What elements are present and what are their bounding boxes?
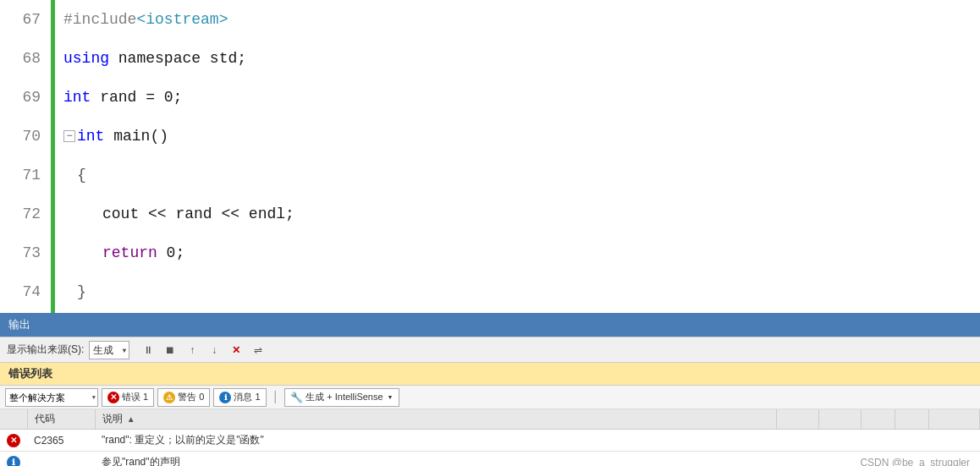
- token: main(): [104, 117, 168, 156]
- col-project: [777, 409, 819, 430]
- build-dropdown-arrow: ▼: [388, 394, 394, 400]
- token: endl: [249, 195, 285, 233]
- line-numbers: 67 68 69 70 71 72 73 74: [0, 0, 51, 313]
- build-intelli-button[interactable]: 🔧 生成 + IntelliSense ▼: [284, 388, 399, 407]
- error-file-cell: [819, 430, 862, 452]
- col-description[interactable]: 说明 ▲: [95, 409, 777, 430]
- token: {: [77, 156, 86, 195]
- info-row-rand-decl[interactable]: ℹ 参见"rand"的声明: [0, 452, 980, 467]
- scroll-up-button[interactable]: ↑: [182, 341, 202, 359]
- code-line-72: cout << rand << endl;: [63, 195, 980, 233]
- token: int: [77, 117, 104, 156]
- code-line-71: {: [63, 156, 980, 195]
- panel-divider: 输出: [0, 313, 980, 337]
- info-icon: ℹ: [219, 392, 231, 403]
- error-count-label: 错误 1: [122, 391, 148, 403]
- watermark: CSDN @be_a_struggler: [860, 457, 970, 466]
- output-source-label: 显示输出来源(S):: [7, 343, 84, 357]
- clear-button[interactable]: ✕: [226, 341, 246, 359]
- token: ;: [285, 195, 295, 233]
- error-type-icon-cell: ✕: [0, 430, 27, 452]
- info-code-cell: [27, 452, 95, 467]
- token: using: [63, 39, 109, 78]
- col-code[interactable]: 代码: [27, 409, 95, 430]
- warning-icon: ⚠: [163, 392, 175, 403]
- token: namespace std;: [109, 39, 246, 78]
- col-suppress: [929, 409, 980, 430]
- token: }: [77, 272, 86, 311]
- error-message-cell: "rand": 重定义；以前的定义是"函数": [95, 430, 777, 452]
- output-panel: 显示输出来源(S): 生成 ⏸ ⏹ ↑ ↓ ✕ ⇌ 错误列表 整个解决方案: [0, 337, 980, 466]
- error-suppress-cell: [929, 430, 980, 452]
- token: 0;: [157, 233, 184, 272]
- error-row-icon: ✕: [7, 434, 20, 447]
- code-line-70: −int main(): [63, 117, 980, 156]
- error-table-header-row: 代码 说明 ▲: [0, 409, 980, 430]
- token: return: [102, 233, 157, 272]
- code-line-73: return 0;: [63, 233, 980, 272]
- info-project-cell: [777, 452, 819, 467]
- scope-dropdown-wrapper[interactable]: 整个解决方案: [5, 388, 98, 407]
- filter-icon: 🔧: [290, 392, 303, 403]
- code-line-67: #include<iostream>: [63, 0, 980, 39]
- error-row-c2365[interactable]: ✕ C2365 "rand": 重定义；以前的定义是"函数": [0, 430, 980, 452]
- output-source-dropdown-wrapper[interactable]: 生成: [89, 341, 129, 359]
- token: <iostream>: [136, 0, 228, 39]
- warning-filter-button[interactable]: ⚠ 警告 0: [157, 388, 210, 407]
- info-row-icon: ℹ: [7, 456, 20, 467]
- token: #include: [63, 0, 136, 39]
- scope-select[interactable]: 整个解决方案: [5, 388, 98, 407]
- stop-button[interactable]: ⏹: [160, 341, 180, 359]
- output-toolbar: 显示输出来源(S): 生成 ⏸ ⏹ ↑ ↓ ✕ ⇌: [0, 337, 980, 363]
- info-file-cell: [819, 452, 862, 467]
- col-line: [862, 409, 895, 430]
- warning-count-label: 警告 0: [178, 391, 204, 403]
- error-table: 代码 说明 ▲ ✕ C: [0, 409, 980, 466]
- error-line-cell: [862, 430, 895, 452]
- error-col-cell: [895, 430, 929, 452]
- col-col: [895, 409, 929, 430]
- error-icon: ✕: [107, 392, 119, 403]
- output-source-select[interactable]: 生成: [89, 341, 129, 359]
- token: int: [63, 78, 91, 117]
- filter-separator: |: [272, 390, 280, 405]
- token: cout << rand <<: [102, 195, 249, 233]
- col-icon: [0, 409, 27, 430]
- collapse-icon-70[interactable]: −: [63, 130, 75, 142]
- error-code-cell: C2365: [27, 430, 95, 452]
- code-line-68: using namespace std;: [63, 39, 980, 78]
- pause-button[interactable]: ⏸: [138, 341, 158, 359]
- info-message-cell: 参见"rand"的声明: [95, 452, 777, 467]
- panel-divider-label: 输出: [8, 317, 30, 332]
- output-toolbar-icons: ⏸ ⏹ ↑ ↓ ✕ ⇌: [138, 341, 268, 359]
- error-filter-button[interactable]: ✕ 错误 1: [102, 388, 154, 407]
- token: rand = 0;: [91, 78, 182, 117]
- info-type-icon-cell: ℹ: [0, 452, 27, 467]
- col-file: [819, 409, 862, 430]
- code-lines: #include<iostream> using namespace std; …: [55, 0, 980, 313]
- code-line-69: int rand = 0;: [63, 78, 980, 117]
- error-filter-bar: 整个解决方案 ✕ 错误 1 ⚠ 警告 0 ℹ 消息 1 | 🔧 生成 + Int…: [0, 386, 980, 409]
- scroll-down-button[interactable]: ↓: [204, 341, 224, 359]
- error-project-cell: [777, 430, 819, 452]
- code-line-74: }: [63, 272, 980, 311]
- info-count-label: 消息 1: [234, 391, 260, 403]
- code-editor: 67 68 69 70 71 72 73 74 #include<iostrea…: [0, 0, 980, 313]
- editor-container: 67 68 69 70 71 72 73 74 #include<iostrea…: [0, 0, 980, 466]
- wrap-button[interactable]: ⇌: [248, 341, 268, 359]
- info-filter-button[interactable]: ℹ 消息 1: [213, 388, 266, 407]
- build-label: 生成 + IntelliSense: [306, 391, 383, 403]
- error-list-header: 错误列表: [0, 363, 980, 386]
